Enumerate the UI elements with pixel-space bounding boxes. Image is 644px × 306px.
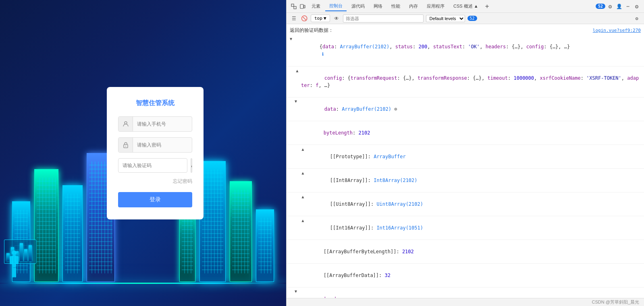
console-line-headers: ▼ headers: [287, 287, 644, 298]
toggle-arrow-config[interactable]: ▶ [294, 68, 300, 72]
line-content-int16: [[Int16Array]]: Int16Array(1051) [307, 217, 641, 239]
console-output: 返回的验证码数据： login.vue?sef9:270 ▼ {data: Ar… [287, 24, 644, 298]
console-line-bufdata: [[ArrayBufferData]]: 32 [287, 264, 644, 287]
user-icon[interactable]: 👤 [615, 2, 623, 10]
footer-watermark: CSDN @芳草斜阳_晨光 [592, 299, 639, 305]
svg-point-8 [125, 146, 126, 147]
line-content-proto-ab: [[Prototype]]: ArrayBuffer [307, 146, 641, 167]
console-line-bytelength: byteLength: 2102 [287, 121, 644, 145]
line-content-config: config: {transformRequest: {…}, transfor… [301, 67, 641, 96]
error-count-badge: 52 [596, 4, 605, 9]
console-header-text: 返回的验证码数据： [290, 27, 333, 34]
log-level-select[interactable]: Default levels [426, 15, 465, 22]
svg-point-0 [12, 250, 17, 255]
building-3 [62, 185, 83, 282]
console-filter-input[interactable] [343, 14, 424, 23]
more-icon[interactable]: ⋯ [624, 2, 632, 10]
error-badge-secondary: 52 [467, 16, 477, 21]
info-icon-1[interactable]: ℹ [320, 52, 324, 57]
phone-input[interactable] [133, 118, 192, 130]
captcha-text: 4u8n [191, 161, 192, 170]
login-panel: 智慧住管系统 4u8n [0, 0, 286, 306]
console-line-config: ▶ config: {transformRequest: {…}, transf… [287, 66, 644, 97]
forgot-password-link[interactable]: 忘记密码 [173, 178, 192, 184]
tab-memory[interactable]: 内存 [405, 2, 422, 11]
tab-application[interactable]: 应用程序 [423, 2, 449, 11]
line-content-bufbytelen: [[ArrayBufferByteLength]]: 2102 [300, 241, 641, 263]
tab-css[interactable]: CSS 概述 ▲ [449, 2, 482, 11]
console-line-proto-ab: ▶ [[Prototype]]: ArrayBuffer [287, 145, 644, 169]
console-header-line: 返回的验证码数据： login.vue?sef9:270 [287, 26, 644, 35]
context-dropdown-arrow: ▼ [324, 16, 326, 21]
svg-rect-2 [10, 256, 13, 264]
console-line-int8: ▶ [[Int8Array]]: Int8Array(2102) [287, 169, 644, 192]
console-line-int16: ▶ [[Int16Array]]: Int16Array(1051) [287, 216, 644, 240]
captcha-input[interactable] [118, 158, 187, 173]
console-line-data: ▼ data: ArrayBuffer(2102) ⊙ [287, 97, 644, 121]
building-6 [230, 181, 252, 282]
person-silhouette [8, 250, 20, 282]
console-line-1: ▼ {data: ArrayBuffer(2102), status: 200,… [287, 35, 644, 66]
toggle-arrow-int8[interactable]: ▶ [299, 170, 305, 174]
context-selector[interactable]: top ▼ [311, 14, 330, 22]
svg-rect-10 [294, 6, 296, 9]
source-link[interactable]: login.vue?sef9:270 [593, 28, 641, 33]
devtools-tabs-bar: 元素 控制台 源代码 网络 性能 内存 应用程序 CSS 概述 ▲ + 52 ⚙… [287, 0, 644, 13]
tab-sources[interactable]: 源代码 [347, 2, 369, 11]
settings-icon[interactable]: ⚙ [606, 2, 614, 10]
context-label: top [314, 16, 322, 21]
line-content-int8: [[Int8Array]]: Int8Array(2102) [307, 170, 641, 191]
console-settings-icon[interactable]: ⚙ [633, 14, 641, 23]
tab-performance[interactable]: 性能 [387, 2, 404, 11]
svg-rect-3 [15, 256, 19, 264]
dock-settings-icon[interactable]: ⚙ [633, 2, 641, 10]
toggle-arrow-data[interactable]: ▼ [295, 98, 299, 104]
toggle-arrow-proto-ab[interactable]: ▶ [299, 147, 305, 151]
toggle-arrow-uint8[interactable]: ▶ [299, 194, 305, 198]
login-form: 智慧住管系统 4u8n [107, 87, 204, 219]
devtools-footer: CSDN @芳草斜阳_晨光 [287, 298, 644, 306]
tab-console[interactable]: 控制台 [325, 1, 347, 11]
svg-rect-9 [291, 4, 294, 6]
inspect-element-icon[interactable] [290, 2, 298, 10]
add-tab-icon[interactable]: + [483, 2, 491, 10]
svg-rect-11 [300, 4, 303, 8]
line-content-1: {data: ArrayBuffer(2102), status: 200, s… [296, 36, 641, 65]
svg-rect-5 [14, 267, 16, 277]
captcha-row: 4u8n [118, 158, 192, 173]
tab-elements[interactable]: 元素 [307, 2, 324, 11]
lock-icon [118, 138, 133, 152]
console-line-bufbytelen: [[ArrayBufferByteLength]]: 2102 [287, 240, 644, 264]
captcha-image[interactable]: 4u8n [191, 158, 192, 173]
console-line-uint8: ▶ [[Uint8Array]]: Uint8Array(2102) [287, 192, 644, 216]
line-content-headers: headers: [301, 288, 641, 298]
forgot-password-area: 忘记密码 [118, 177, 192, 185]
svg-point-6 [125, 122, 127, 124]
sidebar-toggle-icon[interactable]: ☰ [290, 14, 298, 23]
password-input[interactable] [133, 139, 192, 151]
building-5 [256, 209, 274, 282]
line-content-bytelength: byteLength: 2102 [300, 122, 641, 144]
phone-input-group [118, 116, 192, 132]
svg-rect-12 [304, 5, 305, 8]
app-title: 智慧住管系统 [118, 99, 192, 108]
svg-rect-4 [12, 267, 14, 277]
line-content-uint8: [[Uint8Array]]: Uint8Array(2102) [307, 193, 641, 215]
phone-icon [118, 117, 133, 131]
device-toolbar-icon[interactable] [299, 2, 307, 10]
clear-console-icon[interactable]: 🚫 [300, 14, 308, 23]
eye-icon[interactable]: 👁 [332, 14, 341, 23]
toggle-arrow-headers[interactable]: ▼ [295, 288, 299, 294]
toggle-arrow-int16[interactable]: ▶ [299, 218, 305, 222]
line-content-data: data: ArrayBuffer(2102) ⊙ [301, 98, 641, 120]
tab-network[interactable]: 网络 [370, 2, 386, 11]
devtools-panel: 元素 控制台 源代码 网络 性能 内存 应用程序 CSS 概述 ▲ + 52 ⚙… [286, 0, 644, 306]
password-input-group [118, 137, 192, 153]
toggle-arrow-1[interactable]: ▼ [290, 36, 294, 42]
ground-glow [0, 283, 286, 284]
login-button[interactable]: 登录 [118, 192, 192, 207]
console-toolbar: ☰ 🚫 top ▼ 👁 Default levels 52 ⚙ [287, 13, 644, 24]
line-content-bufdata: [[ArrayBufferData]]: 32 [300, 265, 641, 286]
building-2 [34, 169, 58, 282]
